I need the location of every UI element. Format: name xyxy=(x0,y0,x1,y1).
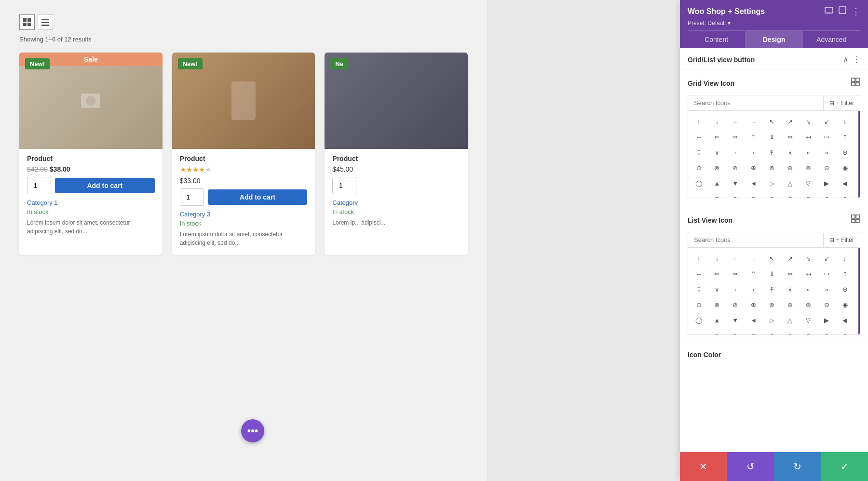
icon-cell[interactable]: ⊖ xyxy=(783,192,797,198)
icon-cell[interactable]: ⊛ xyxy=(801,192,815,198)
icon-cell[interactable]: ↦ xyxy=(820,267,833,281)
icon-cell[interactable]: ⊙ xyxy=(692,298,705,311)
icon-cell[interactable]: ↡ xyxy=(783,146,797,159)
icon-cell[interactable]: ▽ xyxy=(801,176,815,190)
grid-view-button[interactable] xyxy=(19,14,35,30)
icon-cell[interactable]: ∨ xyxy=(710,282,724,296)
icon-cell[interactable]: ↙ xyxy=(820,115,833,128)
icon-cell[interactable]: ◀ xyxy=(838,176,852,190)
icon-cell[interactable]: ↑ xyxy=(692,115,705,128)
add-to-cart-button-2[interactable]: Add to cart xyxy=(208,189,308,205)
icon-cell[interactable]: ⊛ xyxy=(783,298,797,311)
icon-cell[interactable]: ↔ xyxy=(692,130,705,144)
icon-cell[interactable]: ↓ xyxy=(710,252,724,265)
icon-cell[interactable]: ◉ xyxy=(838,298,852,311)
icon-cell[interactable]: ▷ xyxy=(765,313,779,327)
icon-cell[interactable]: ▶ xyxy=(820,176,833,190)
fab-button[interactable]: ••• xyxy=(241,419,264,442)
icon-cell[interactable]: ⇑ xyxy=(747,267,760,281)
list-filter-button[interactable]: ⊟ + Filter xyxy=(823,233,860,247)
icon-cell[interactable]: ⊚ xyxy=(765,161,779,174)
icon-cell[interactable]: ↧ xyxy=(692,146,705,159)
icon-cell[interactable]: ⊗ xyxy=(747,192,760,198)
icon-cell[interactable]: ⇑ xyxy=(747,130,760,144)
icon-cell[interactable]: ▼ xyxy=(729,313,742,327)
icon-cell[interactable]: ↗ xyxy=(783,252,797,265)
icon-cell[interactable]: ⇒ xyxy=(729,267,742,281)
icon-cell[interactable]: ⇓ xyxy=(765,130,779,144)
icon-cell[interactable]: ◯ xyxy=(692,176,705,190)
icon-cell[interactable]: ⊕ xyxy=(729,192,742,198)
icon-cell[interactable]: ⊘ xyxy=(729,298,742,311)
icon-cell[interactable]: ⊙ xyxy=(710,329,724,334)
icon-cell[interactable]: ⊝ xyxy=(820,298,833,311)
icon-cell[interactable]: « xyxy=(801,146,815,159)
icon-cell[interactable]: ↤ xyxy=(801,130,815,144)
icon-cell[interactable]: › xyxy=(747,146,760,159)
reset-button[interactable]: ↺ xyxy=(727,452,774,481)
icon-cell[interactable]: ⊕ xyxy=(729,329,742,334)
icon-cell[interactable]: » xyxy=(820,146,833,159)
icon-cell[interactable]: ↖ xyxy=(765,115,779,128)
icon-cell[interactable]: ↟ xyxy=(765,146,779,159)
icon-cell[interactable]: ↗ xyxy=(783,115,797,128)
icon-cell[interactable]: ↥ xyxy=(838,267,852,281)
category-link-3[interactable]: Category xyxy=(325,199,468,206)
icon-cell[interactable]: ⊚ xyxy=(820,192,833,198)
icon-cell[interactable]: ‹ xyxy=(729,282,742,296)
icon-cell[interactable]: ◉ xyxy=(838,161,852,174)
category-link-1[interactable]: Category 1 xyxy=(19,199,163,206)
icon-cell[interactable]: ↑ xyxy=(692,252,705,265)
icon-cell[interactable]: ↡ xyxy=(783,282,797,296)
icon-cell[interactable]: ▲ xyxy=(710,176,724,190)
icon-cell[interactable]: ⇓ xyxy=(765,267,779,281)
icon-cell[interactable]: ⊘ xyxy=(729,161,742,174)
quantity-input-2[interactable] xyxy=(180,188,204,206)
save-button[interactable]: ✓ xyxy=(821,452,868,481)
icon-cell[interactable]: ↕ xyxy=(838,252,852,265)
icon-cell[interactable]: → xyxy=(747,252,760,265)
icon-cell[interactable]: ↕ xyxy=(838,115,852,128)
icon-cell[interactable]: ◀ xyxy=(838,313,852,327)
icon-cell[interactable]: ↟ xyxy=(765,282,779,296)
icon-cell[interactable]: ← xyxy=(729,115,742,128)
grid-search-input[interactable] xyxy=(688,95,823,110)
icon-cell[interactable]: ⊛ xyxy=(783,161,797,174)
icon-cell[interactable]: ← xyxy=(729,252,742,265)
icon-cell[interactable]: ‹ xyxy=(729,146,742,159)
icon-cell[interactable]: ◯ xyxy=(692,313,705,327)
icon-cell[interactable]: ▸ xyxy=(692,192,705,198)
responsive-icon[interactable] xyxy=(825,6,833,17)
icon-cell[interactable]: ◄ xyxy=(747,313,760,327)
icon-cell[interactable]: ↙ xyxy=(820,252,833,265)
icon-cell[interactable]: ⊙ xyxy=(710,192,724,198)
category-link-2[interactable]: Category 3 xyxy=(172,211,315,218)
list-view-icon-target[interactable] xyxy=(851,214,860,226)
icon-cell[interactable]: ◄ xyxy=(747,176,760,190)
icon-cell[interactable]: ⊙ xyxy=(692,161,705,174)
icon-cell[interactable]: △ xyxy=(783,176,797,190)
icon-cell[interactable]: ▸ xyxy=(692,329,705,334)
icon-cell[interactable]: ↦ xyxy=(820,130,833,144)
icon-cell[interactable]: ⊚ xyxy=(820,329,833,334)
icon-cell[interactable]: ↖ xyxy=(765,252,779,265)
more-options-icon[interactable]: ⋮ xyxy=(852,6,860,17)
icon-cell[interactable]: ⊘ xyxy=(765,192,779,198)
quantity-input-3[interactable] xyxy=(332,177,356,194)
icon-cell[interactable]: › xyxy=(747,282,760,296)
icon-cell[interactable]: → xyxy=(747,115,760,128)
icon-cell[interactable]: ↧ xyxy=(692,282,705,296)
icon-cell[interactable]: ⊛ xyxy=(801,329,815,334)
icon-cell[interactable]: ⊖ xyxy=(838,282,852,296)
grid-filter-button[interactable]: ⊟ + Filter xyxy=(823,96,860,110)
icon-cell[interactable]: ▼ xyxy=(729,176,742,190)
icon-cell[interactable]: ⇒ xyxy=(729,130,742,144)
cancel-button[interactable]: ✕ xyxy=(680,452,727,481)
icon-cell[interactable]: ↔ xyxy=(692,267,705,281)
icon-cell[interactable]: » xyxy=(820,282,833,296)
icon-cell[interactable]: ▽ xyxy=(801,313,815,327)
icon-cell[interactable]: ↤ xyxy=(801,267,815,281)
icon-cell[interactable]: ⊜ xyxy=(838,192,852,198)
collapse-icon[interactable]: ∧ xyxy=(843,55,849,64)
list-search-input[interactable] xyxy=(688,232,823,247)
